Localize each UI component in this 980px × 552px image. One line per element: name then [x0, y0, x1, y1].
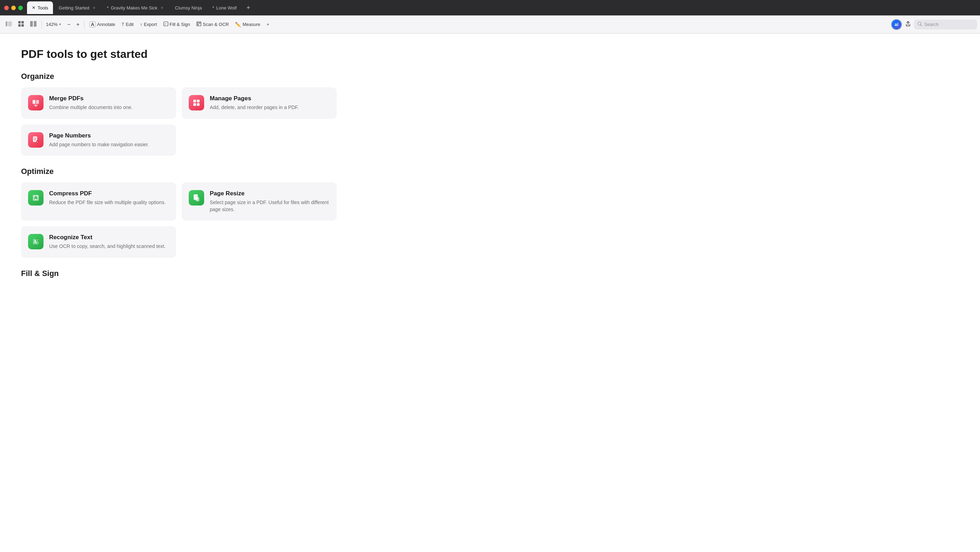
svg-rect-5: [21, 24, 24, 27]
ai-button[interactable]: ai: [891, 19, 902, 30]
fill-sign-section-title: Fill & Sign: [21, 269, 959, 278]
svg-rect-1: [8, 21, 12, 26]
minimize-button[interactable]: [11, 6, 16, 10]
svg-rect-22: [197, 103, 200, 106]
sidebar-toggle-button[interactable]: [3, 19, 15, 29]
page-numbers-name: Page Numbers: [49, 132, 149, 139]
main-content: PDF tools to get started Organize Merge …: [0, 33, 980, 552]
tab-lone-wolf[interactable]: * Lone Wolf: [207, 2, 241, 14]
recognize-text-name: Recognize Text: [49, 234, 165, 241]
edit-button[interactable]: T Edit: [119, 20, 137, 29]
chevron-down-icon: ▼: [58, 22, 62, 26]
close-button[interactable]: [4, 6, 9, 10]
tab-getting-started-label: Getting Started: [59, 5, 89, 11]
svg-rect-21: [193, 103, 196, 106]
page-numbers-info: Page Numbers Add page numbers to make na…: [49, 132, 149, 148]
merge-pdfs-name: Merge PDFs: [49, 95, 133, 102]
maximize-button[interactable]: [18, 6, 23, 10]
tools-icon: ✕: [32, 5, 35, 10]
svg-rect-11: [197, 22, 199, 24]
page-numbers-icon: #: [28, 132, 43, 148]
traffic-lights: [4, 6, 23, 10]
tab-tools-label: Tools: [38, 5, 48, 11]
fill-sign-label: Fill & Sign: [170, 22, 191, 27]
page-resize-icon: [189, 190, 204, 205]
page-resize-card[interactable]: Page Resize Select page size in a PDF. U…: [182, 182, 337, 221]
two-page-icon: [30, 21, 37, 28]
export-icon: ↑: [140, 22, 142, 27]
share-icon: [905, 21, 911, 28]
merge-pdfs-card[interactable]: Merge PDFs Combine multiple documents in…: [21, 87, 176, 119]
export-button[interactable]: ↑ Export: [137, 20, 160, 29]
share-button[interactable]: [903, 19, 913, 30]
search-icon: [918, 21, 922, 28]
svg-rect-20: [197, 100, 200, 102]
measure-button[interactable]: ✏️ Measure: [232, 20, 263, 29]
fill-sign-icon: ✓: [164, 21, 169, 27]
svg-rect-6: [30, 21, 33, 27]
tab-lone-wolf-modified: *: [212, 5, 214, 11]
two-page-button[interactable]: [27, 19, 39, 30]
tab-gravity[interactable]: * Gravity Makes Me Sick ✕: [102, 2, 169, 14]
toolbar: 142% ▼ − + A Annotate T Edit ↑ Export ✓ …: [0, 16, 980, 33]
svg-rect-2: [18, 21, 21, 24]
compress-pdf-card[interactable]: Compress PDF Reduce the PDF file size wi…: [21, 182, 176, 221]
manage-pages-info: Manage Pages Add, delete, and reorder pa…: [210, 95, 299, 111]
zoom-decrease-button[interactable]: −: [65, 20, 73, 29]
merge-pdfs-info: Merge PDFs Combine multiple documents in…: [49, 95, 133, 111]
merge-pdfs-desc: Combine multiple documents into one.: [49, 104, 133, 111]
search-input[interactable]: [924, 22, 973, 27]
merge-pdfs-icon: [28, 95, 43, 110]
tab-getting-started[interactable]: Getting Started ✕: [54, 2, 101, 14]
zoom-value-label: 142%: [46, 22, 57, 27]
sidebar-toggle-icon: [6, 21, 12, 27]
organize-section-title: Organize: [21, 72, 959, 81]
zoom-increase-button[interactable]: +: [74, 20, 82, 29]
grid-view-button[interactable]: [16, 19, 27, 30]
optimize-cards-grid: Compress PDF Reduce the PDF file size wi…: [21, 182, 337, 221]
svg-rect-10: [197, 22, 201, 26]
optimize-section-title: Optimize: [21, 167, 959, 176]
tab-clumsy-ninja-label: Clumsy Ninja: [175, 5, 202, 11]
add-tab-button[interactable]: +: [244, 3, 253, 13]
svg-rect-7: [34, 21, 37, 27]
annotate-button[interactable]: A Annotate: [87, 19, 118, 29]
recognize-text-card[interactable]: A Recognize Text Use OCR to copy, search…: [21, 226, 176, 258]
more-tools-button[interactable]: +: [264, 20, 272, 29]
tab-clumsy-ninja[interactable]: Clumsy Ninja: [170, 2, 207, 14]
page-resize-desc: Select page size in a PDF. Useful for fi…: [210, 199, 330, 213]
measure-icon: ✏️: [235, 22, 241, 27]
svg-rect-32: [196, 197, 199, 201]
tab-gravity-modified: *: [107, 5, 109, 11]
manage-pages-card[interactable]: Manage Pages Add, delete, and reorder pa…: [182, 87, 337, 119]
search-box[interactable]: [914, 20, 977, 29]
svg-text:✓: ✓: [164, 22, 167, 25]
compress-pdf-desc: Reduce the PDF file size with multiple q…: [49, 199, 165, 206]
svg-rect-25: [34, 139, 36, 140]
svg-rect-0: [6, 21, 7, 26]
fill-sign-button[interactable]: ✓ Fill & Sign: [161, 19, 193, 29]
svg-line-15: [921, 25, 922, 26]
manage-pages-desc: Add, delete, and reorder pages in a PDF.: [210, 104, 299, 111]
separator-2: [84, 20, 84, 29]
svg-rect-3: [21, 21, 24, 24]
export-label: Export: [144, 22, 157, 27]
optimize-single-row: A Recognize Text Use OCR to copy, search…: [21, 226, 337, 258]
manage-pages-icon: [189, 95, 204, 110]
page-resize-info: Page Resize Select page size in a PDF. U…: [210, 190, 330, 213]
page-numbers-card[interactable]: # Page Numbers Add page numbers to make …: [21, 124, 176, 156]
svg-rect-24: [34, 138, 36, 138]
svg-rect-4: [18, 24, 21, 27]
tabs-container: ✕ Tools Getting Started ✕ * Gravity Make…: [27, 2, 976, 14]
close-tab-getting-started[interactable]: ✕: [92, 5, 97, 10]
page-resize-name: Page Resize: [210, 190, 330, 197]
close-tab-gravity[interactable]: ✕: [159, 5, 164, 10]
scan-ocr-button[interactable]: Scan & OCR: [194, 19, 232, 29]
tab-tools[interactable]: ✕ Tools: [27, 2, 53, 14]
organize-cards-grid: Merge PDFs Combine multiple documents in…: [21, 87, 337, 119]
titlebar: ✕ Tools Getting Started ✕ * Gravity Make…: [0, 0, 980, 16]
manage-pages-name: Manage Pages: [210, 95, 299, 102]
zoom-control[interactable]: 142% ▼: [44, 20, 64, 29]
svg-rect-26: [34, 140, 35, 141]
compress-pdf-name: Compress PDF: [49, 190, 165, 197]
